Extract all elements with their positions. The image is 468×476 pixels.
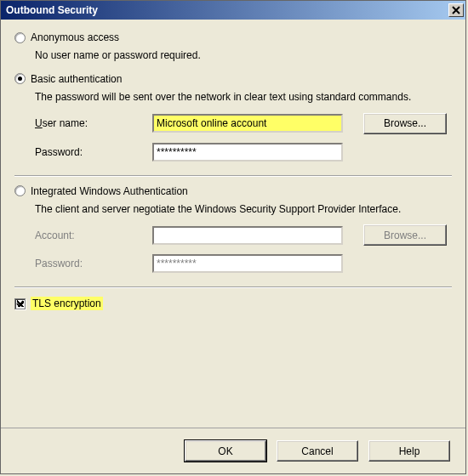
iwa-radio[interactable] <box>14 185 26 196</box>
account-label: Account: <box>35 230 146 241</box>
basic-auth-label: Basic authentication <box>31 73 122 85</box>
ok-button[interactable]: OK <box>185 440 266 462</box>
anonymous-desc: No user name or password required. <box>35 48 452 63</box>
account-input <box>152 226 343 245</box>
iwa-section: Integrated Windows Authentication The cl… <box>14 185 452 274</box>
iwa-label: Integrated Windows Authentication <box>31 185 188 197</box>
titlebar: Outbound Security <box>1 1 465 20</box>
tls-label: TLS encryption <box>31 297 103 310</box>
basic-auth-desc: The password will be sent over the netwo… <box>35 90 452 105</box>
button-bar: OK Cancel Help <box>1 428 465 473</box>
password-input[interactable]: ********** <box>152 143 343 162</box>
help-button[interactable]: Help <box>368 440 450 462</box>
tls-row: TLS encryption <box>14 297 452 310</box>
anonymous-label: Anonymous access <box>31 31 119 43</box>
basic-auth-section: Basic authentication The password will b… <box>14 73 452 162</box>
browse-button-disabled: Browse... <box>363 224 447 246</box>
anonymous-section: Anonymous access No user name or passwor… <box>14 31 452 63</box>
password-label: Password: <box>35 146 146 158</box>
username-label: User name: <box>35 117 146 129</box>
divider <box>14 175 452 177</box>
browse-button[interactable]: Browse... <box>363 113 447 134</box>
iwa-desc: The client and server negotiate the Wind… <box>35 202 452 217</box>
divider <box>14 286 452 288</box>
dialog-content: Anonymous access No user name or passwor… <box>1 20 465 428</box>
cancel-button[interactable]: Cancel <box>277 440 358 462</box>
window-title: Outbound Security <box>6 4 448 16</box>
anonymous-radio[interactable] <box>14 32 26 43</box>
iwa-password-input: ********** <box>152 254 343 273</box>
iwa-password-label: Password: <box>35 258 146 269</box>
basic-auth-radio[interactable] <box>14 73 26 84</box>
tls-checkbox[interactable] <box>14 298 26 309</box>
outbound-security-dialog: Outbound Security Anonymous access No us… <box>0 0 466 474</box>
close-icon[interactable] <box>448 3 464 17</box>
username-input[interactable]: Microsoft online account <box>152 114 343 133</box>
